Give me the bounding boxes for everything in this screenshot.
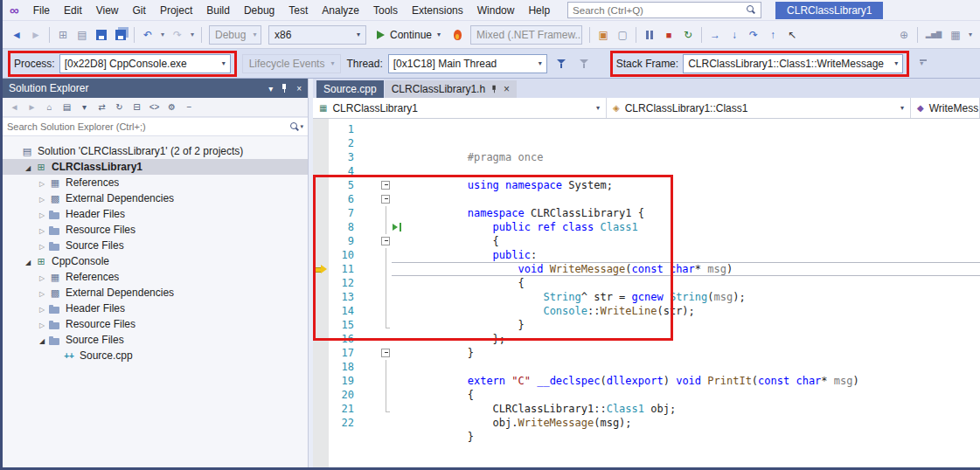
solution-search-input[interactable] xyxy=(7,121,290,132)
breakpoint-margin[interactable] xyxy=(313,262,329,276)
fold-indicator[interactable] xyxy=(358,290,392,304)
tree-item-project-clrclasslibrary1[interactable]: CLRClassLibrary1 xyxy=(3,159,308,175)
reset-filter-icon[interactable] xyxy=(575,55,593,73)
screenshot-icon[interactable]: ▢ xyxy=(614,26,631,44)
tree-expander[interactable] xyxy=(36,224,48,236)
breakpoint-margin[interactable] xyxy=(313,178,329,192)
fold-indicator[interactable] xyxy=(358,276,392,290)
se-forward-icon[interactable]: ► xyxy=(24,100,39,115)
menu-build[interactable]: Build xyxy=(199,2,237,19)
se-switch-views-icon[interactable]: ▤ xyxy=(59,100,74,115)
menu-file[interactable]: File xyxy=(26,2,57,19)
code-line[interactable]: 21 } xyxy=(313,402,980,416)
close-icon[interactable]: × xyxy=(296,84,302,93)
stack-frame-dropdown[interactable]: CLRClassLibrary1::Class1::WriteMessage ▾ xyxy=(683,54,903,73)
chevron-down-icon[interactable]: ▾ xyxy=(300,123,303,130)
menu-view[interactable]: View xyxy=(89,2,126,19)
save-all-icon[interactable] xyxy=(112,26,129,44)
fold-indicator[interactable] xyxy=(358,192,392,206)
code-line[interactable]: 11 String^ str = gcnew String(msg); xyxy=(313,262,980,276)
code-line[interactable]: 2 xyxy=(313,136,980,150)
fold-indicator[interactable] xyxy=(358,318,392,332)
tree-expander[interactable] xyxy=(36,271,48,283)
tree-expander[interactable] xyxy=(36,192,48,204)
menu-git[interactable]: Git xyxy=(126,2,153,19)
fold-indicator[interactable] xyxy=(358,304,392,318)
solution-configurations-dropdown[interactable]: Debug ▾ xyxy=(209,25,261,45)
tree-expander[interactable] xyxy=(36,176,48,189)
menu-test[interactable]: Test xyxy=(281,2,315,19)
show-next-statement-icon[interactable]: → xyxy=(706,26,724,44)
solution-search-box[interactable]: ▾ xyxy=(3,117,308,136)
tab-clrclasslibrary1-h[interactable]: CLRClassLibrary1.h × xyxy=(385,80,517,98)
hot-reload-icon[interactable] xyxy=(448,26,466,44)
code-line[interactable]: 7 { xyxy=(313,206,980,220)
add-item-icon[interactable]: ▤ xyxy=(73,26,91,44)
code-line[interactable]: 1 #pragma once xyxy=(313,122,980,136)
navbar-type-dropdown[interactable]: CLRClassLibrary1::Class1 ▾ xyxy=(607,98,911,118)
pin-icon[interactable] xyxy=(491,85,498,93)
new-project-icon[interactable]: ⊞ xyxy=(54,26,72,44)
breakpoint-margin[interactable] xyxy=(313,276,329,290)
tree-item-header-files[interactable]: Header Files xyxy=(3,301,308,316)
tree-item-external-dependencies[interactable]: External Dependencies xyxy=(3,285,308,301)
breakpoint-margin[interactable] xyxy=(313,388,329,402)
diagnostic-tools-icon[interactable]: ▣ xyxy=(594,26,612,44)
breakpoint-margin[interactable] xyxy=(313,374,329,388)
tree-item-source-cpp[interactable]: Source.cpp xyxy=(3,348,308,363)
breakpoint-margin[interactable] xyxy=(313,402,329,416)
filter-threads-icon[interactable] xyxy=(553,55,570,73)
fold-indicator[interactable] xyxy=(358,388,392,402)
breakpoint-margin[interactable] xyxy=(313,318,329,332)
fold-indicator[interactable] xyxy=(358,136,392,150)
menu-extensions[interactable]: Extensions xyxy=(405,2,470,19)
breakpoint-margin[interactable] xyxy=(313,220,329,234)
code-line[interactable]: 3 using namespace System; xyxy=(313,150,980,164)
solution-platforms-dropdown[interactable]: x86 ▾ xyxy=(268,25,366,45)
window-position-icon[interactable]: ▾ xyxy=(268,84,273,93)
quick-search-box[interactable] xyxy=(567,2,761,18)
breakpoint-margin[interactable] xyxy=(313,192,329,206)
fold-indicator[interactable] xyxy=(358,234,392,248)
breakpoint-margin[interactable] xyxy=(313,332,329,346)
tree-item-references[interactable]: References xyxy=(3,175,308,190)
breakpoint-margin[interactable] xyxy=(313,248,329,262)
breakpoint-margin[interactable] xyxy=(313,290,329,304)
fold-indicator[interactable] xyxy=(358,150,392,164)
thread-dropdown[interactable]: [0x1C18] Main Thread ▾ xyxy=(388,54,547,73)
code-line[interactable]: 8 public: xyxy=(313,220,980,234)
breakpoint-margin[interactable] xyxy=(313,234,329,248)
tree-item-solution[interactable]: Solution 'CLRClassLibrary1' (2 of 2 proj… xyxy=(3,143,308,159)
se-properties-icon[interactable]: ⚙ xyxy=(164,100,179,115)
fold-indicator[interactable] xyxy=(358,262,392,276)
menu-debug[interactable]: Debug xyxy=(237,2,281,19)
code-line[interactable]: 10 { xyxy=(313,248,980,262)
performance-chart-icon[interactable]: ▂▅▇ xyxy=(922,26,945,44)
undo-dropdown-icon[interactable]: ▾ xyxy=(158,26,167,44)
breakpoint-margin[interactable] xyxy=(313,206,329,220)
code-line[interactable]: 6 public ref class Class1 xyxy=(313,192,980,206)
code-line[interactable]: 19 CLRClassLibrary1::Class1 obj; xyxy=(313,374,980,388)
memory-usage-icon[interactable]: ▦ xyxy=(947,26,964,44)
fold-indicator[interactable] xyxy=(358,178,392,192)
fold-indicator[interactable] xyxy=(358,416,392,430)
tree-item-references[interactable]: References xyxy=(3,269,308,285)
se-filter-dropdown-icon[interactable]: ▾ xyxy=(77,100,92,115)
lifecycle-events-dropdown[interactable]: Lifecycle Events ▾ xyxy=(242,54,342,73)
solution-explorer-header[interactable]: Solution Explorer ▾ × xyxy=(3,79,308,98)
tab-source-cpp[interactable]: Source.cpp × xyxy=(316,80,384,98)
toolbar-overflow-icon[interactable]: ▾ xyxy=(966,26,975,44)
menu-tools[interactable]: Tools xyxy=(366,2,405,19)
code-line[interactable]: 22 xyxy=(313,416,980,430)
breakpoint-margin[interactable] xyxy=(313,360,329,374)
code-line[interactable]: 20 obj.WriteMessage(msg); xyxy=(313,388,980,402)
save-icon[interactable] xyxy=(93,26,110,44)
tree-item-source-files[interactable]: Source Files xyxy=(3,238,308,253)
continue-button[interactable]: Continue ▾ xyxy=(371,25,447,45)
fold-indicator[interactable] xyxy=(358,206,392,220)
tree-item-source-files[interactable]: Source Files xyxy=(3,332,308,348)
fold-indicator[interactable] xyxy=(358,332,392,346)
step-over-icon[interactable]: ↷ xyxy=(745,26,762,44)
tree-item-resource-files[interactable]: Resource Files xyxy=(3,222,308,238)
fold-indicator[interactable] xyxy=(358,164,392,178)
